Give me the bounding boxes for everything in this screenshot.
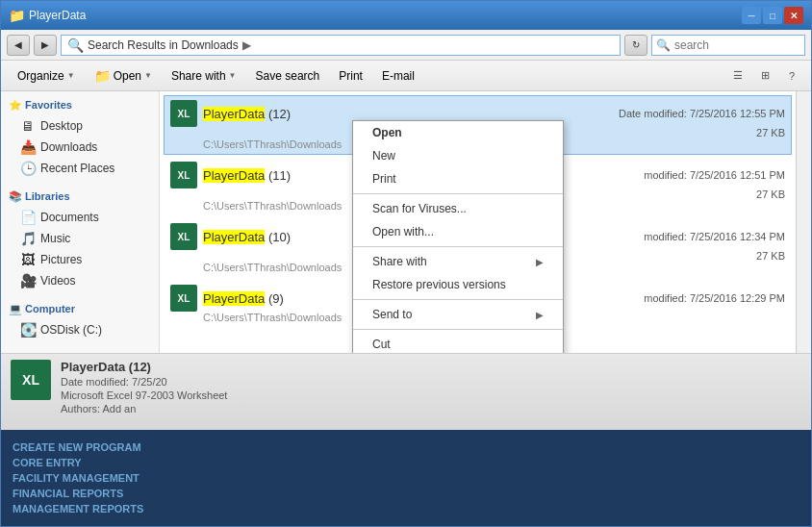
open-dropdown-arrow: ▼ xyxy=(144,71,152,80)
view-icons-button[interactable]: ⊞ xyxy=(753,65,776,87)
context-menu-open[interactable]: Open xyxy=(353,121,563,144)
print-button[interactable]: Print xyxy=(330,64,371,88)
bottom-area: XL PlayerData (12) Date modified: 7/25/2… xyxy=(1,353,811,526)
nav-item-management[interactable]: MANAGEMENT REPORTS xyxy=(13,503,799,514)
organize-label: Organize xyxy=(17,69,64,83)
excel-icon: XL xyxy=(170,162,197,188)
separator-2 xyxy=(353,246,563,247)
organize-dropdown-arrow: ▼ xyxy=(67,71,75,80)
sidebar-item-pictures[interactable]: 🖼 Pictures xyxy=(1,249,159,270)
separator-4 xyxy=(353,329,563,330)
nav-item-core[interactable]: CORE ENTRY xyxy=(13,457,799,468)
nav-item-create[interactable]: CREATE NEW PROGRAM xyxy=(13,441,799,453)
share-with-arrow-icon: ▶ xyxy=(536,257,544,267)
sidebar-item-downloads[interactable]: 📥 Downloads xyxy=(1,137,159,158)
context-menu-share-with[interactable]: Share with ▶ xyxy=(353,250,563,273)
title-bar-controls: ─ □ ✕ xyxy=(742,7,803,24)
back-button[interactable]: ◀ xyxy=(7,35,30,56)
sidebar-item-videos[interactable]: 🎥 Videos xyxy=(1,270,159,291)
maximize-button[interactable]: □ xyxy=(763,7,782,24)
file-size: 27 KB xyxy=(756,188,785,200)
context-restore-label: Restore previous versions xyxy=(372,278,506,291)
view-details-button[interactable]: ☰ xyxy=(726,65,749,87)
context-menu-open-with[interactable]: Open with... xyxy=(353,220,563,243)
recent-label: Recent Places xyxy=(40,162,114,175)
context-cut-label: Cut xyxy=(372,338,391,351)
sidebar: ⭐ Favorites 🖥 Desktop 📥 Downloads 🕒 Rece… xyxy=(1,91,160,353)
context-share-label: Share with xyxy=(372,255,427,268)
separator-3 xyxy=(353,299,563,300)
file-name-highlight: PlayerData xyxy=(203,291,265,306)
sidebar-item-documents[interactable]: 📄 Documents xyxy=(1,207,159,228)
open-label: Open xyxy=(114,69,141,83)
nav-item-financial[interactable]: FINANCIAL REPORTS xyxy=(13,488,799,499)
file-size: 27 KB xyxy=(756,127,785,138)
recent-icon: 🕒 xyxy=(20,161,36,176)
context-open-label: Open xyxy=(372,126,402,139)
favorites-section: ⭐ Favorites 🖥 Desktop 📥 Downloads 🕒 Rece… xyxy=(1,91,159,183)
sidebar-item-recent[interactable]: 🕒 Recent Places xyxy=(1,158,159,179)
file-name: PlayerData (9) xyxy=(203,291,284,306)
downloads-icon: 📥 xyxy=(20,139,36,155)
sidebar-item-music[interactable]: 🎵 Music xyxy=(1,228,159,249)
date-modified-label: Date modified: xyxy=(61,376,129,388)
context-menu-print[interactable]: Print xyxy=(353,167,563,190)
open-button[interactable]: 📁 Open ▼ xyxy=(86,64,161,88)
libraries-section: 📚 Libraries 📄 Documents 🎵 Music 🖼 Pictur… xyxy=(1,183,159,295)
refresh-button[interactable]: ↻ xyxy=(624,35,647,56)
videos-label: Videos xyxy=(40,274,75,288)
email-button[interactable]: E-mail xyxy=(373,64,423,88)
window-title: PlayerData xyxy=(29,9,86,22)
file-date: modified: 7/25/2016 12:34 PM xyxy=(644,231,785,242)
documents-icon: 📄 xyxy=(20,210,36,225)
status-bar: XL PlayerData (12) Date modified: 7/25/2… xyxy=(1,353,811,430)
desktop-icon: 🖥 xyxy=(20,118,36,134)
close-button[interactable]: ✕ xyxy=(784,7,803,24)
address-arrow: ▶ xyxy=(242,38,251,52)
context-menu-cut[interactable]: Cut xyxy=(353,333,563,353)
file-name: PlayerData (10) xyxy=(203,230,291,244)
music-icon: 🎵 xyxy=(20,231,36,246)
file-date: modified: 7/25/2016 12:29 PM xyxy=(644,292,785,304)
bottom-nav: CREATE NEW PROGRAM CORE ENTRY FACILITY M… xyxy=(1,430,811,526)
organize-button[interactable]: Organize ▼ xyxy=(9,64,84,88)
search-icon: 🔍 xyxy=(656,38,671,52)
print-label: Print xyxy=(339,69,363,83)
computer-section: 💻 Computer 💽 OSDisk (C:) xyxy=(1,295,159,344)
address-field[interactable]: 🔍 Search Results in Downloads ▶ xyxy=(61,35,621,56)
search-input[interactable] xyxy=(674,38,800,52)
osdisk-label: OSDisk (C:) xyxy=(40,323,102,337)
file-item-name: XL PlayerData (11) xyxy=(170,162,291,188)
context-open-with-label: Open with... xyxy=(372,225,434,238)
sidebar-item-desktop[interactable]: 🖥 Desktop xyxy=(1,115,159,137)
libraries-header[interactable]: 📚 Libraries xyxy=(1,187,159,207)
file-name: PlayerData (11) xyxy=(203,168,291,183)
search-box[interactable]: 🔍 xyxy=(651,35,805,56)
file-item-name: XL PlayerData (12) xyxy=(170,100,291,127)
computer-header[interactable]: 💻 Computer xyxy=(1,299,159,319)
file-item-name: XL PlayerData (9) xyxy=(170,285,284,312)
music-label: Music xyxy=(40,232,70,245)
share-with-button[interactable]: Share with ▼ xyxy=(163,64,245,88)
forward-button[interactable]: ▶ xyxy=(34,35,57,56)
excel-icon: XL xyxy=(170,100,197,127)
sidebar-item-osdisk[interactable]: 💽 OSDisk (C:) xyxy=(1,319,159,340)
context-menu-restore[interactable]: Restore previous versions xyxy=(353,273,563,296)
pictures-label: Pictures xyxy=(40,253,82,266)
help-button[interactable]: ? xyxy=(780,65,803,87)
authors-value: Add an xyxy=(102,403,136,414)
context-menu-new[interactable]: New xyxy=(353,144,563,167)
nav-item-facility[interactable]: FACILITY MANAGEMENT xyxy=(13,472,799,484)
minimize-button[interactable]: ─ xyxy=(742,7,761,24)
main-content: ⭐ Favorites 🖥 Desktop 📥 Downloads 🕒 Rece… xyxy=(1,91,811,353)
videos-icon: 🎥 xyxy=(20,273,36,289)
file-date: Date modified: 7/25/2016 12:55 PM xyxy=(619,108,785,119)
file-name-highlight: PlayerData xyxy=(203,107,265,121)
save-search-label: Save search xyxy=(256,69,320,83)
save-search-button[interactable]: Save search xyxy=(247,64,329,88)
context-menu-send-to[interactable]: Send to ▶ xyxy=(353,303,563,326)
email-label: E-mail xyxy=(382,69,415,83)
scroll-track[interactable] xyxy=(796,91,811,353)
context-menu-scan[interactable]: Scan for Viruses... xyxy=(353,197,563,220)
favorites-header[interactable]: ⭐ Favorites xyxy=(1,95,159,115)
